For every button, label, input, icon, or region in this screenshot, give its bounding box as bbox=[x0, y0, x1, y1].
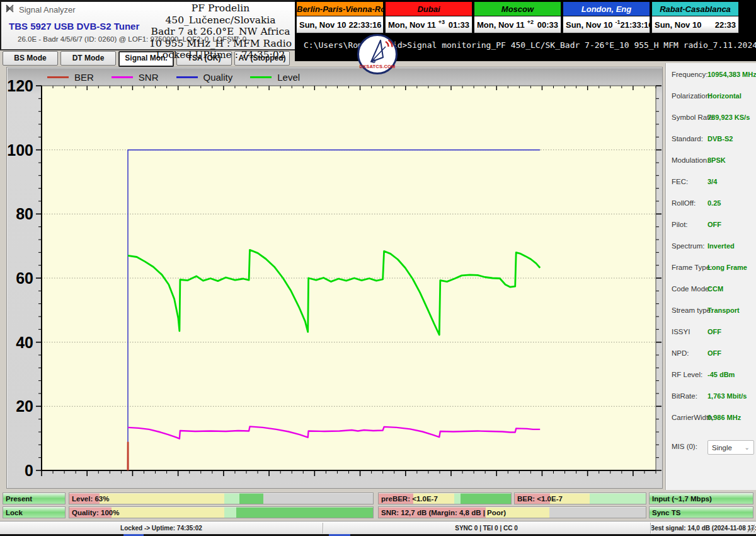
resize-grip[interactable] bbox=[747, 525, 755, 532]
signal-info-value: 1,763 Mbit/s bbox=[707, 392, 747, 400]
signal-info-label: RollOff: bbox=[672, 199, 696, 209]
statusbar-separator bbox=[650, 523, 651, 533]
signal-info-label: FEC: bbox=[672, 178, 688, 188]
statusbar-sync: SYNC 0 | TEI 0 | CC 0 bbox=[323, 521, 650, 535]
dxsatcs-logo: DXSATCS.COM bbox=[357, 34, 398, 74]
level-meter: Level: 63% bbox=[69, 492, 374, 504]
signal-info-value: OFF bbox=[707, 349, 721, 357]
statusbar-separator bbox=[323, 523, 323, 533]
signal-info-value: 8PSK bbox=[707, 156, 726, 164]
clock-datetime: Sun, Nov 10 -1 21:33:16 bbox=[563, 16, 650, 33]
tab-bs-mode[interactable]: BS Mode bbox=[3, 51, 58, 66]
signal-info-row: CarrierWidth:0,986 MHz bbox=[672, 414, 753, 424]
signal-info-row: Frame Type:Long Frame bbox=[672, 264, 753, 274]
level-meter-label: Level: 63% bbox=[69, 495, 109, 503]
signal-info-label: BitRate: bbox=[672, 392, 697, 402]
bottom-statusbar: Locked -> Uptime: 74:35:02 SYNC 0 | TEI … bbox=[0, 521, 756, 534]
clock-datetime: Mon, Nov 11 +3 01:33 bbox=[385, 16, 472, 33]
signal-info-label: Frequency: bbox=[672, 71, 708, 81]
signal-info-row: Pilot:OFF bbox=[672, 221, 753, 231]
signal-info-label: Spectrum: bbox=[672, 242, 704, 252]
signal-info-row: Symbol Rate:789,923 KS/s bbox=[672, 114, 753, 124]
signal-info-value: 10954,383 MHz bbox=[707, 71, 756, 78]
svg-text:20: 20 bbox=[16, 397, 33, 415]
present-indicator-label: Present bbox=[3, 495, 32, 503]
input-indicator: Input (~1,7 Mbps) bbox=[649, 492, 753, 504]
clock-city-label: Rabat-Casablanca bbox=[651, 1, 739, 16]
clock-berlin: Berlin-Paris-Vienna-Roma Sun, Nov 10 22:… bbox=[296, 1, 384, 33]
lock-indicator: Lock bbox=[3, 506, 66, 518]
signal-info-row: ISSYIOFF bbox=[672, 328, 753, 338]
signal-info-value: OFF bbox=[707, 221, 721, 228]
signal-info-row: NPD:OFF bbox=[672, 349, 753, 359]
signal-info-value: 0,986 MHz bbox=[707, 414, 741, 421]
caption-line-uptime: Locked UPtime : 74:35:02 bbox=[140, 49, 301, 61]
signal-info-value: 0.25 bbox=[707, 199, 721, 207]
mis-select[interactable]: Single ⌄ bbox=[707, 440, 754, 455]
window-title: Signal Analyzer bbox=[19, 5, 76, 15]
svg-text:80: 80 bbox=[16, 205, 33, 223]
signal-info-label: Standard: bbox=[672, 135, 703, 145]
signal-info-row: Code Mode:CCM bbox=[672, 285, 753, 295]
signal-info-value: 789,923 KS/s bbox=[707, 114, 750, 121]
tuner-name: TBS 5927 USB DVB-S2 Tuner bbox=[9, 21, 139, 32]
chevron-down-icon: ⌄ bbox=[745, 444, 750, 451]
signal-info-value: DVB-S2 bbox=[707, 135, 733, 143]
signal-info-value: OFF bbox=[707, 328, 721, 335]
app-icon bbox=[5, 4, 14, 16]
signal-info-row: Stream type:Transport bbox=[672, 306, 753, 317]
clock-rabat: Rabat-Casablanca Sun, Nov 10 22:33 bbox=[651, 1, 739, 33]
caption-line-antenna: PF Prodelin 450_Lučenec/Slovakia bbox=[140, 3, 301, 26]
clock-city-label: Moscow bbox=[474, 1, 561, 16]
caption-line-frequency: 10 955 MHz_H : MFM Radio bbox=[140, 38, 301, 50]
syncts-indicator-label: Sync TS bbox=[650, 509, 680, 516]
signal-chart-panel: BERSNRQualityLevel 020406080100120 bbox=[6, 67, 663, 489]
syncts-indicator: Sync TS bbox=[649, 506, 753, 518]
statusbar-uptime: Locked -> Uptime: 74:35:02 bbox=[0, 521, 323, 535]
signal-info-label: RF Level: bbox=[672, 371, 702, 381]
clock-dubai: Dubai Mon, Nov 11 +3 01:33 bbox=[385, 1, 472, 33]
signal-info-label: Stream type: bbox=[672, 306, 713, 317]
signal-info-row: Standard:DVB-S2 bbox=[672, 135, 753, 145]
clock-city-label: Berlin-Paris-Vienna-Roma bbox=[296, 1, 384, 16]
signal-info-row: RF Level:-45 dBm bbox=[672, 371, 753, 381]
preber-meter-label: preBER: <1.0E-7 bbox=[379, 495, 438, 503]
clock-london: London, Eng Sun, Nov 10 -1 21:33:16 bbox=[563, 1, 650, 33]
signal-info-value: CCM bbox=[707, 285, 723, 293]
signal-info-value: 3/4 bbox=[707, 178, 717, 185]
signal-info-row: Modulation:8PSK bbox=[672, 156, 753, 166]
titlebar: Signal Analyzer bbox=[5, 4, 76, 16]
signal-info-label: ISSYI bbox=[672, 328, 690, 338]
signal-info-row: BitRate:1,763 Mbit/s bbox=[672, 392, 753, 402]
signal-info-row: Frequency:10954,383 MHz bbox=[672, 71, 753, 81]
signal-info-row: Polarization:Horizontal bbox=[672, 92, 753, 102]
lock-indicator-label: Lock bbox=[3, 509, 23, 516]
svg-text:100: 100 bbox=[7, 141, 33, 159]
signal-info-label: Pilot: bbox=[672, 221, 688, 231]
tab-dt-mode[interactable]: DT Mode bbox=[60, 51, 116, 66]
signal-info-sidebar: Frequency:10954,383 MHzPolarization:Hori… bbox=[665, 63, 756, 490]
clock-datetime: Sun, Nov 10 22:33 bbox=[651, 16, 739, 33]
mis-label: MIS (0): bbox=[672, 443, 697, 450]
clock-city-label: Dubai bbox=[385, 1, 472, 16]
signal-info-value: -45 dBm bbox=[707, 371, 735, 378]
signal-info-value: Transport bbox=[707, 306, 740, 314]
svg-text:40: 40 bbox=[16, 334, 33, 351]
clock-moscow: Moscow Mon, Nov 11 +2 00:33 bbox=[474, 1, 561, 33]
snr-meter-label: SNR: 12,7 dB (Margin: 4,8 dB | Poor) bbox=[379, 509, 506, 516]
statusbar-best-signal: Best signal: 14,0 dB (2024-11-08 17:49) bbox=[650, 521, 756, 535]
monitoring-caption: PF Prodelin 450_Lučenec/Slovakia Badr 7 … bbox=[140, 3, 301, 61]
signal-info-label: Polarization: bbox=[672, 92, 711, 102]
signal-info-value: Long Frame bbox=[707, 264, 747, 271]
ber-meter: BER: <1.0E-7 bbox=[514, 492, 646, 504]
signal-info-row: RollOff:0.25 bbox=[672, 199, 753, 209]
dxsatcs-logo-text: DXSATCS.COM bbox=[359, 64, 396, 69]
clock-datetime: Mon, Nov 11 +2 00:33 bbox=[474, 16, 561, 33]
svg-text:0: 0 bbox=[25, 462, 33, 479]
present-indicator: Present bbox=[3, 492, 66, 504]
quality-meter-label: Quality: 100% bbox=[69, 509, 119, 516]
ber-meter-label: BER: <1.0E-7 bbox=[515, 495, 563, 503]
signal-info-row: Spectrum:Inverted bbox=[672, 242, 753, 252]
input-indicator-label: Input (~1,7 Mbps) bbox=[650, 495, 712, 503]
signal-info-row: FEC:3/4 bbox=[672, 178, 753, 188]
